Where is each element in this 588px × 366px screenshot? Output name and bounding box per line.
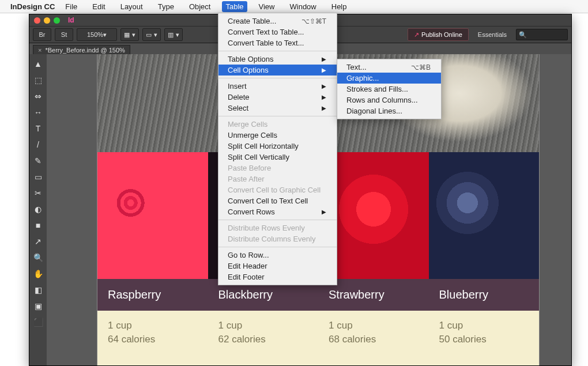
menu-edit[interactable]: Edit [89,1,108,12]
gradient-swatch-tool-icon[interactable]: ■ [31,218,46,233]
menu-item[interactable]: Convert Table to Text... [218,37,337,48]
menu-item: Merge Cells [218,119,337,130]
scissors-tool-icon[interactable]: ✂ [31,186,46,201]
menu-item: Distribute Rows Evenly [218,222,337,233]
menu-item[interactable]: Rows and Columns... [337,95,441,105]
menu-item[interactable]: Convert Cell to Text Cell [218,195,337,206]
menu-item[interactable]: Convert Rows▶ [218,206,337,217]
fill-stroke-icon[interactable]: ◧ [31,282,46,297]
menu-item: Distribute Columns Evenly [218,233,337,244]
eyedropper-tool-icon[interactable]: ↗ [31,234,46,249]
nutrition-cell[interactable]: 1 cup50 calories [429,311,540,365]
screen-mode-button[interactable]: ▭ ▾ [142,28,161,41]
menu-item[interactable]: Edit Footer [218,271,337,282]
tools-panel: ▲ ⬚ ⇔ ↔ T / ✎ ▭ ✂ ◐ ■ ↗ 🔍 ✋ ◧ ▣ ⬛ [29,54,47,365]
mac-menubar: InDesign CC File Edit Layout Type Object… [0,0,588,13]
menu-item[interactable]: Unmerge Cells [218,130,337,141]
menu-item: Convert Cell to Graphic Cell [218,184,337,195]
screen-mode-tool-icon[interactable]: ⬛ [31,315,46,330]
nutrition-row: 1 cup64 calories 1 cup62 calories 1 cup6… [97,311,539,365]
menu-item: Paste Before [218,163,337,173]
pen-tool-icon[interactable]: ✎ [31,153,46,168]
menu-item[interactable]: Go to Row... [218,250,337,261]
blueberry-image-cell[interactable] [429,152,540,279]
stock-button[interactable]: St [55,28,73,41]
search-input[interactable]: 🔍 [516,29,568,40]
menu-item[interactable]: Select▶ [218,103,337,114]
menu-item[interactable]: Cell Options▶ [218,65,337,76]
menu-item[interactable]: Diagonal Lines... [337,105,441,116]
zoom-tool-icon[interactable]: 🔍 [31,250,46,265]
menu-layout[interactable]: Layout [117,1,146,12]
menu-type[interactable]: Type [154,1,178,12]
window-minimize-button[interactable] [44,17,50,24]
page-tool-icon[interactable]: ⇔ [31,89,46,104]
workspace-switcher[interactable]: Essentials [478,31,507,38]
type-tool-icon[interactable]: T [31,121,46,136]
zoom-level-dropdown[interactable]: 150% ▾ [77,28,117,41]
nutrition-cell[interactable]: 1 cup68 calories [318,311,429,365]
view-options-button[interactable]: ▦ ▾ [120,28,139,41]
menu-table[interactable]: Table [222,1,247,12]
nutrition-cell[interactable]: 1 cup62 calories [208,311,319,365]
menu-item[interactable]: Text...⌥⌘B [337,62,441,73]
menu-object[interactable]: Object [186,1,214,12]
name-cell[interactable]: Raspberry [97,279,208,311]
direct-selection-tool-icon[interactable]: ⬚ [31,73,46,88]
menu-item[interactable]: Delete▶ [218,92,337,103]
selection-tool-icon[interactable]: ▲ [31,56,46,71]
menu-item[interactable]: Convert Text to Table... [218,27,337,37]
menu-item[interactable]: Graphic... [337,73,441,84]
menu-help[interactable]: Help [328,1,350,12]
table-dropdown-menu: Create Table...⌥⇧⌘TConvert Text to Table… [218,13,337,285]
menu-view[interactable]: View [255,1,278,12]
menu-window[interactable]: Window [287,1,320,12]
window-maximize-button[interactable] [54,17,60,24]
raspberry-image-cell[interactable] [97,152,208,279]
app-name[interactable]: InDesign CC [10,2,55,11]
nutrition-cell[interactable]: 1 cup64 calories [97,311,208,365]
gap-tool-icon[interactable]: ↔ [31,105,46,120]
document-tab[interactable]: ×*Berry_Before.indd @ 150% [33,45,130,55]
window-close-button[interactable] [34,17,40,24]
name-cell[interactable]: Blueberry [429,279,540,311]
free-transform-tool-icon[interactable]: ◐ [31,202,46,217]
menu-item: Paste After [218,173,337,184]
color-theme-tool-icon[interactable]: ▣ [31,299,46,314]
indesign-logo-icon: Id [68,16,74,24]
menu-file[interactable]: File [62,1,81,12]
close-tab-icon[interactable]: × [38,47,42,54]
bridge-button[interactable]: Br [33,28,51,41]
menu-item[interactable]: Edit Header [218,261,337,271]
line-tool-icon[interactable]: / [31,137,46,152]
hand-tool-icon[interactable]: ✋ [31,266,46,281]
menu-item[interactable]: Insert▶ [218,81,337,92]
publish-online-button[interactable]: Publish Online [408,28,469,41]
menu-item[interactable]: Strokes and Fills... [337,84,441,95]
menu-item[interactable]: Split Cell Vertically [218,152,337,163]
menu-item[interactable]: Table Options▶ [218,54,337,65]
cell-options-submenu: Text...⌥⌘BGraphic...Strokes and Fills...… [337,59,442,119]
rectangle-frame-tool-icon[interactable]: ▭ [31,169,46,184]
menu-item[interactable]: Split Cell Horizontally [218,141,337,152]
arrange-button[interactable]: ▥ ▾ [164,28,183,41]
menu-item[interactable]: Create Table...⌥⇧⌘T [218,16,337,27]
